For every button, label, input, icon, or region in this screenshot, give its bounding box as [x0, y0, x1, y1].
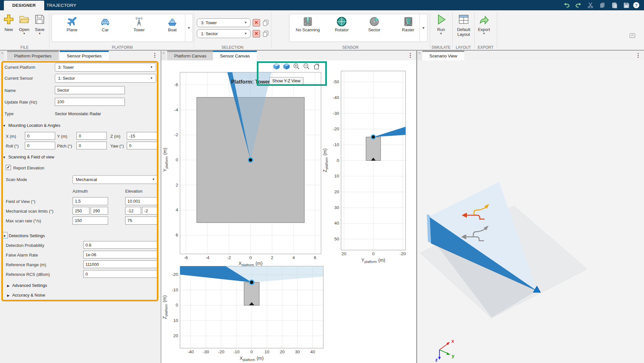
svg-text:-2: -2	[227, 255, 231, 260]
svg-text:-30: -30	[333, 111, 339, 116]
current-platform-select[interactable]: 3: Tower▼	[55, 63, 156, 72]
export-label: Export	[477, 27, 491, 32]
report-elevation-checkbox[interactable]: ✓	[6, 165, 11, 170]
fov-azimuth-input[interactable]: 1.5	[73, 197, 108, 205]
yz-view-plot[interactable]: 20 0 -20 -50 -40 -30 -20 -10 0 10 20 30 …	[322, 71, 406, 264]
sensor-rotator-button[interactable]: Rotator	[326, 15, 357, 40]
panel-menu-icon[interactable]: ⋮	[635, 52, 641, 59]
default-layout-button[interactable]: Default Layout	[454, 14, 473, 37]
accuracy-noise-header[interactable]: ▶Accuracy & Noise	[7, 293, 45, 297]
mount-x-input[interactable]: 0	[25, 132, 55, 140]
tab-scenario-view[interactable]: Scenario View	[422, 51, 464, 60]
name-input[interactable]: Sector	[55, 86, 125, 94]
redo-button[interactable]	[574, 1, 583, 9]
copy-platform-button[interactable]	[262, 19, 269, 26]
advanced-settings-header[interactable]: ▶Advanced Settings	[7, 283, 47, 288]
tab-sensor-canvas[interactable]: Sensor Canvas	[213, 51, 257, 60]
mount-roll-input[interactable]: 0	[25, 142, 55, 149]
collapse-ribbon-button[interactable]	[629, 33, 636, 40]
false-alarm-rate-input[interactable]: 1e-06	[83, 251, 157, 258]
zoom-out-icon[interactable]	[303, 63, 310, 70]
home-icon[interactable]	[313, 63, 320, 70]
undo-button[interactable]	[562, 1, 571, 9]
selection-sensor-value: 1: Sector	[201, 31, 218, 36]
delete-platform-button[interactable]: ✕	[253, 19, 260, 26]
scan-mode-select[interactable]: Mechanical▼	[73, 175, 158, 184]
copy-sensor-button[interactable]	[262, 30, 269, 37]
chevron-expanded-icon: ▼	[3, 124, 6, 127]
scenario-3d-view[interactable]: x y z	[417, 60, 644, 363]
scenario-tabbar: ≡ Scenario View ⋮	[417, 51, 644, 60]
sensor-marker[interactable]	[248, 158, 253, 162]
sensor-marker[interactable]	[371, 135, 376, 139]
panel-drag-handle[interactable]: ≡	[417, 51, 422, 60]
current-sensor-select[interactable]: 1: Sector▼	[55, 74, 156, 83]
sensor-canvas-plots[interactable]: Platform: Tower -6 -4 -2 0 2 4 6 -6 -4 -…	[161, 60, 416, 363]
sensor-marker[interactable]	[249, 280, 254, 285]
show-xy-view-button[interactable]	[273, 63, 280, 70]
reference-range-input[interactable]: 111000	[83, 260, 157, 268]
max-scan-rate-el-input[interactable]: 75	[125, 217, 158, 225]
detection-probability-input[interactable]: 0.8	[83, 241, 157, 249]
panel-menu-icon[interactable]: ⋮	[408, 52, 413, 59]
delete-sensor-button[interactable]: ✕	[253, 30, 260, 37]
detections-section-header[interactable]: ▼Detections Settings	[3, 233, 45, 238]
show-yz-view-button[interactable]	[283, 63, 290, 70]
platform-car-button[interactable]: Car	[90, 15, 121, 40]
copy-button[interactable]	[598, 1, 607, 9]
sensor-noscanning-label: No Scanning	[292, 27, 323, 32]
tab-platform-properties[interactable]: Platform Properties	[7, 51, 59, 60]
new-label: New	[1, 27, 16, 32]
mount-z-input[interactable]: -15	[127, 132, 157, 140]
tab-sensor-properties[interactable]: Sensor Properties	[60, 51, 109, 60]
max-scan-rate-az-input[interactable]: 150	[73, 217, 108, 225]
save-button[interactable]: Save ▼	[32, 14, 47, 35]
sensor-properties-form: Current Platform 3: Tower▼ Current Senso…	[0, 60, 161, 363]
open-button[interactable]: Open ▼	[17, 14, 32, 35]
paste-button[interactable]	[610, 1, 619, 9]
reference-rcs-input[interactable]: 0	[83, 270, 157, 278]
new-button[interactable]: New	[1, 14, 16, 32]
mount-pitch-input[interactable]: 0	[76, 142, 107, 149]
open-label: Open	[17, 27, 32, 32]
update-rate-input[interactable]: 100	[55, 98, 125, 106]
platform-gallery-dropdown[interactable]: ▼	[185, 14, 193, 42]
selection-platform-dropdown[interactable]: 3: Tower▼	[197, 18, 251, 27]
mounting-section-header[interactable]: ▼Mounting Location & Angles	[3, 123, 60, 128]
run-button[interactable]: Run ▼	[434, 14, 448, 35]
sensor-noscanning-button[interactable]: No Scanning	[292, 15, 323, 40]
panel-drag-handle[interactable]: ≡	[161, 51, 166, 60]
mount-yaw-input[interactable]: 0	[127, 142, 157, 149]
panel-drag-handle[interactable]: ≡	[0, 51, 5, 60]
platform-plane-button[interactable]: Plane	[56, 15, 87, 40]
svg-text:2: 2	[176, 183, 178, 187]
svg-text:30: 30	[334, 205, 339, 210]
sensor-gallery-dropdown[interactable]: ▼	[419, 14, 427, 42]
fov-elevation-input[interactable]: 10.001	[125, 197, 158, 205]
platform-boat-button[interactable]: Boat	[157, 15, 188, 40]
scanning-section-header[interactable]: ▼Scanning & Field of view	[3, 155, 54, 159]
svg-text:10: 10	[334, 174, 339, 178]
top-view-plot[interactable]: Platform: Tower -6 -4 -2 0 2 4 6 -6 -4 -…	[162, 72, 321, 267]
platform-tower-button[interactable]: Tower	[124, 15, 155, 40]
help-button[interactable]: ?	[632, 1, 640, 9]
scan-limit-az-max-input[interactable]: 290	[91, 207, 108, 215]
mount-y-input[interactable]: 0	[76, 132, 107, 140]
scan-limit-el-min-input[interactable]: -12	[125, 207, 141, 215]
panel-menu-icon[interactable]: ⋮	[152, 52, 157, 59]
scan-limit-az-min-input[interactable]: 250	[73, 207, 89, 215]
sensor-raster-button[interactable]: Raster	[393, 15, 424, 40]
paste-icon	[611, 2, 618, 9]
scan-limit-el-max-input[interactable]: -2	[142, 207, 158, 215]
tab-platform-canvas[interactable]: Platform Canvas	[167, 51, 214, 60]
selection-section-label: SELECTION	[194, 45, 271, 50]
xz-view-plot[interactable]: -40 -30 -20 -10 0 10 20 30 40 -20 -10 0 …	[162, 266, 323, 362]
export-button[interactable]: Export ▼	[477, 14, 491, 35]
copy-icon	[262, 19, 269, 26]
save-button-quick[interactable]	[622, 1, 630, 9]
cut-button[interactable]	[586, 1, 595, 9]
sensor-sector-button[interactable]: Sector	[359, 15, 390, 40]
selection-sensor-dropdown[interactable]: 1: Sector▼	[197, 29, 251, 38]
tab-trajectory[interactable]: TRAJECTORY	[38, 1, 85, 10]
zoom-in-icon[interactable]	[293, 63, 300, 70]
